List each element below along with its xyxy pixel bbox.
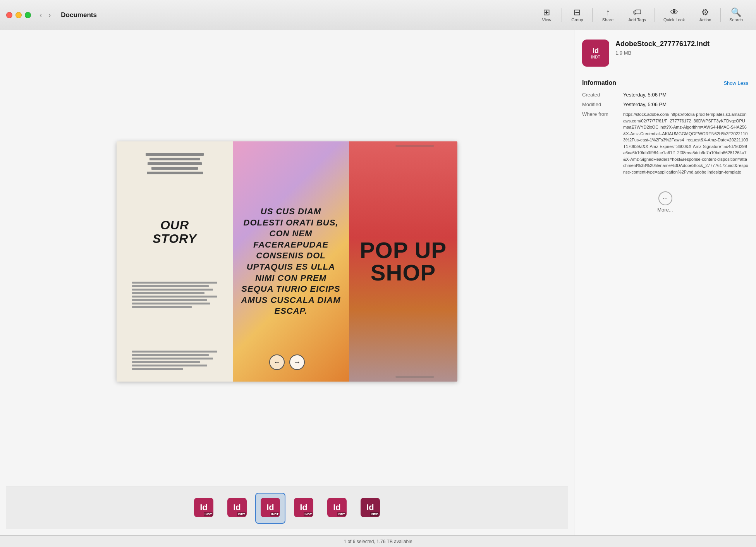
doc-extra-line-6 <box>132 368 183 370</box>
file-area: OURSTORY <box>0 30 574 535</box>
toolbar-divider-1 <box>562 8 562 22</box>
file-meta: AdobeStock_277776172.indt 1.9 MB <box>615 40 748 56</box>
main-content: OURSTORY <box>0 30 756 535</box>
back-button[interactable]: ‹ <box>37 9 45 21</box>
window-title: Documents <box>61 11 97 19</box>
scroll-indicator-top <box>395 145 434 147</box>
doc-line-5 <box>147 172 203 174</box>
document-preview: OURSTORY <box>117 141 457 382</box>
doc-bottom-line-1 <box>132 282 217 284</box>
doc-bottom-line-6 <box>132 299 207 301</box>
file-name: AdobeStock_277776172.indt <box>615 40 748 48</box>
modified-value: Yesterday, 5:06 PM <box>623 101 748 107</box>
status-text: 1 of 6 selected, 1.76 TB available <box>344 539 412 544</box>
preview-navigation: ← → <box>269 354 305 370</box>
doc-middle-text: US CUS DIAM DOLESTI ORATI BUS, CON NEM F… <box>241 206 341 317</box>
eye-icon: 👁 <box>670 8 679 17</box>
group-icon: ⊟ <box>574 8 581 17</box>
action-toolbar-item[interactable]: ⚙ Action <box>692 7 719 24</box>
doc-extra-lines <box>132 351 217 370</box>
doc-line-4 <box>151 167 198 170</box>
status-bar: 1 of 6 selected, 1.76 TB available <box>0 535 756 547</box>
where-from-label: Where from <box>582 111 617 175</box>
doc-right-panel: POP UP SHOP <box>349 141 457 382</box>
thumb-icon-3: Id INDT <box>261 498 280 517</box>
minimize-button[interactable] <box>15 12 22 18</box>
share-icon: ↑ <box>606 8 610 17</box>
info-header: Information Show Less <box>582 79 748 86</box>
doc-bottom-line-7 <box>132 303 210 304</box>
prev-arrow[interactable]: ← <box>269 354 285 370</box>
preview-frame: OURSTORY <box>117 141 457 382</box>
tag-icon: 🏷 <box>633 8 641 17</box>
view-label: View <box>542 17 552 22</box>
doc-bottom-line-3 <box>132 289 213 291</box>
thumb-icon-4: Id INDT <box>294 498 313 517</box>
more-circle-icon: ··· <box>658 191 672 205</box>
titlebar: ‹ › Documents ⊞ View ⊟ Group ↑ Share 🏷 A… <box>0 0 756 30</box>
pop-up-shop-text: POP UP SHOP <box>357 239 450 284</box>
info-section: Information Show Less Created Yesterday,… <box>574 73 756 185</box>
forward-button[interactable]: › <box>46 9 53 21</box>
file-icon-large: Id INDT <box>582 40 609 67</box>
scroll-indicator-bottom <box>395 376 434 378</box>
more-button[interactable]: ··· More... <box>574 185 756 219</box>
doc-line-1 <box>146 153 204 156</box>
file-header: Id INDT AdobeStock_277776172.indt 1.9 MB <box>574 30 756 73</box>
doc-bottom-line-5 <box>132 296 217 298</box>
share-label: Share <box>602 17 613 22</box>
more-label: More... <box>657 207 673 213</box>
doc-extra-line-4 <box>132 361 200 363</box>
toolbar-divider-3 <box>655 8 655 22</box>
created-value: Yesterday, 5:06 PM <box>623 92 748 98</box>
doc-extra-line-2 <box>132 354 209 356</box>
show-less-button[interactable]: Show Less <box>723 80 748 86</box>
action-label: Action <box>699 17 711 22</box>
doc-bottom-lines <box>132 282 217 308</box>
doc-bottom-line-8 <box>132 306 192 308</box>
file-info-panel: Id INDT AdobeStock_277776172.indt 1.9 MB… <box>574 30 756 535</box>
doc-bottom-line-2 <box>132 285 209 287</box>
window-controls <box>6 12 31 18</box>
where-from-value: https://stock.adobe.com/ https://fotolia… <box>623 111 748 175</box>
file-size: 1.9 MB <box>615 50 748 56</box>
view-toolbar-item[interactable]: ⊞ View <box>533 7 560 24</box>
thumbnail-3[interactable]: Id INDT <box>255 493 285 524</box>
quick-look-toolbar-item[interactable]: 👁 Quick Look <box>656 7 692 24</box>
doc-line-2 <box>149 158 200 160</box>
toolbar-divider-4 <box>720 8 721 22</box>
thumb-icon-1: Id INDT <box>194 498 213 517</box>
maximize-button[interactable] <box>25 12 31 18</box>
search-icon: 🔍 <box>731 8 741 17</box>
search-label: Search <box>729 17 743 22</box>
add-tags-label: Add Tags <box>628 17 646 22</box>
thumbnail-1[interactable]: Id INDT <box>189 493 219 524</box>
toolbar-divider-2 <box>592 8 593 22</box>
close-button[interactable] <box>6 12 12 18</box>
doc-middle-panel: US CUS DIAM DOLESTI ORATI BUS, CON NEM F… <box>233 141 349 382</box>
next-arrow[interactable]: → <box>289 354 305 370</box>
info-title: Information <box>582 79 616 86</box>
thumb-icon-5: Id INDT <box>327 498 347 517</box>
thumbnail-4[interactable]: Id INDT <box>289 493 319 524</box>
group-label: Group <box>571 17 583 22</box>
preview-container: OURSTORY <box>6 36 568 487</box>
thumbnail-6[interactable]: Id INDD <box>355 493 385 524</box>
view-icon: ⊞ <box>543 8 550 17</box>
our-story-text: OURSTORY <box>153 218 197 246</box>
file-icon-text: Id <box>593 47 599 54</box>
add-tags-toolbar-item[interactable]: 🏷 Add Tags <box>621 7 653 24</box>
created-label: Created <box>582 92 617 98</box>
modified-label: Modified <box>582 101 617 107</box>
file-icon-badge: INDT <box>591 55 600 59</box>
search-toolbar-item[interactable]: 🔍 Search <box>722 7 750 24</box>
modified-row: Modified Yesterday, 5:06 PM <box>582 101 748 107</box>
thumbnail-5[interactable]: Id INDT <box>322 493 352 524</box>
doc-top-lines <box>146 153 204 174</box>
where-from-row: Where from https://stock.adobe.com/ http… <box>582 111 748 175</box>
doc-extra-line-3 <box>132 358 213 360</box>
thumbnail-2[interactable]: Id INDT <box>222 493 252 524</box>
share-toolbar-item[interactable]: ↑ Share <box>594 7 621 24</box>
created-row: Created Yesterday, 5:06 PM <box>582 92 748 98</box>
group-toolbar-item[interactable]: ⊟ Group <box>564 7 591 24</box>
